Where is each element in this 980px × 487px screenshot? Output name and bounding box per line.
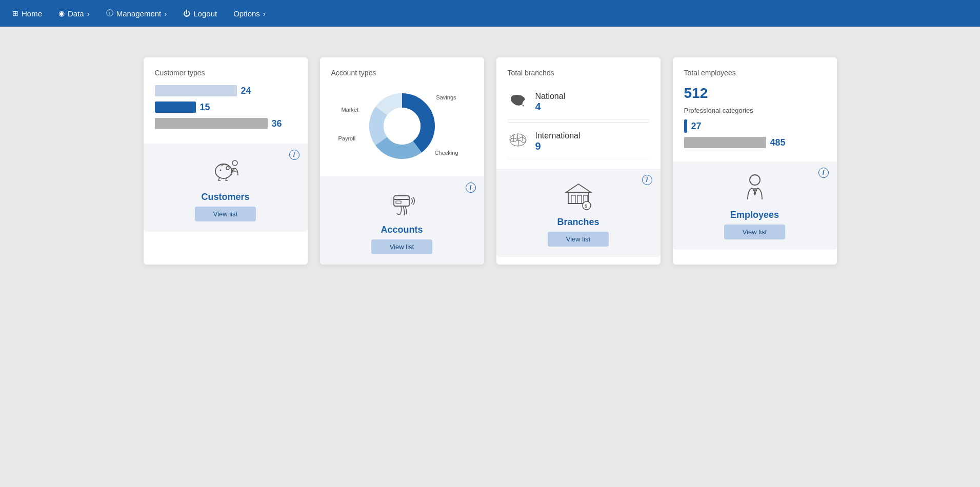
data-icon: ◉ <box>58 9 65 17</box>
national-row: National 4 <box>508 85 649 120</box>
customers-card-title: Customer types <box>155 69 296 77</box>
nav-options-label: Options <box>233 9 260 18</box>
customers-info-icon[interactable]: i <box>289 150 299 160</box>
customers-card-bottom: i Customers View list <box>144 144 308 232</box>
accounts-label: Accounts <box>381 225 423 235</box>
employees-card: Total employees 512 Professional categor… <box>673 57 837 265</box>
employees-view-list-button[interactable]: View list <box>724 225 785 239</box>
market-label: Market <box>342 107 359 113</box>
nav-options[interactable]: Options › <box>233 9 266 18</box>
employees-info-icon[interactable]: i <box>818 168 829 178</box>
international-map-icon <box>508 130 528 154</box>
bar-row-1: 24 <box>155 85 296 96</box>
international-label: International <box>535 131 581 140</box>
national-map-icon <box>508 90 528 114</box>
svg-point-22 <box>750 175 760 185</box>
bar-row-3: 36 <box>155 118 296 129</box>
national-value: 4 <box>535 101 566 113</box>
bar-row-2: 15 <box>155 102 296 113</box>
svg-text:$: $ <box>585 204 587 209</box>
accounts-card-title: Account types <box>331 69 473 77</box>
navigation: ⊞ Home ◉ Data › ⓘ Management › ⏻ Logout … <box>0 0 980 27</box>
customers-icon <box>209 153 242 188</box>
svg-point-2 <box>219 170 221 171</box>
international-value: 9 <box>535 140 581 152</box>
svg-rect-12 <box>396 201 401 204</box>
svg-rect-17 <box>577 195 582 204</box>
international-info: International 9 <box>535 131 581 152</box>
nav-management[interactable]: ⓘ Management › <box>106 9 167 18</box>
emp-bar-row-1: 27 <box>684 119 826 133</box>
bar-blue <box>155 102 196 113</box>
employees-label: Employees <box>730 210 779 220</box>
branches-card-title: Total branches <box>508 69 649 77</box>
svg-rect-16 <box>571 195 575 204</box>
employees-card-title: Total employees <box>684 69 826 77</box>
nav-logout[interactable]: ⏻ Logout <box>183 9 217 18</box>
customer-bars: 24 15 36 <box>155 85 296 134</box>
nav-data-label: Data <box>68 9 84 18</box>
donut-labels: Savings Checking Market Payroll <box>331 85 473 167</box>
employees-card-bottom: i Employees View list <box>673 161 837 250</box>
emp-value-2: 485 <box>770 137 786 148</box>
national-info: National 4 <box>535 92 566 113</box>
svg-point-1 <box>226 167 229 170</box>
svg-point-0 <box>215 164 232 178</box>
customers-view-list-button[interactable]: View list <box>195 207 256 221</box>
branches-card: Total branches National 4 <box>496 57 661 265</box>
options-arrow-icon: › <box>263 9 266 18</box>
checking-label: Checking <box>435 150 458 156</box>
home-icon: ⊞ <box>12 9 18 17</box>
data-arrow-icon: › <box>87 9 90 18</box>
accounts-card-bottom: i Accounts View list <box>320 176 484 265</box>
branches-view-list-button[interactable]: View list <box>548 232 609 247</box>
management-arrow-icon: › <box>164 9 167 18</box>
employees-total: 512 <box>684 85 826 102</box>
accounts-card: Account types Savings Checking Market <box>320 57 484 265</box>
emp-bar-gray-2 <box>684 137 766 148</box>
prof-categories-label: Professional categories <box>684 107 826 114</box>
emp-bar-row-2: 485 <box>684 137 826 148</box>
national-label: National <box>535 92 566 101</box>
customers-card: Customer types 24 15 36 i <box>144 57 308 265</box>
branches-divider <box>508 122 649 123</box>
management-icon: ⓘ <box>106 9 113 18</box>
customers-label: Customers <box>201 192 249 202</box>
branches-icon: $ <box>562 178 595 213</box>
branches-info-icon[interactable]: i <box>642 175 652 185</box>
logout-icon: ⏻ <box>183 9 190 17</box>
bar-light <box>155 85 237 96</box>
accounts-icon <box>386 186 418 220</box>
nav-home-label: Home <box>22 9 42 18</box>
bar-value-2: 15 <box>200 102 210 113</box>
nav-management-label: Management <box>116 9 162 18</box>
payroll-label: Payroll <box>338 135 356 141</box>
donut-chart: Savings Checking Market Payroll <box>331 85 473 167</box>
savings-label: Savings <box>436 94 456 100</box>
dashboard: Customer types 24 15 36 i <box>0 27 980 295</box>
employees-icon <box>738 171 771 206</box>
accounts-view-list-button[interactable]: View list <box>371 239 432 254</box>
emp-bar-blue-1 <box>684 119 687 133</box>
branches-label: Branches <box>557 217 599 228</box>
nav-home[interactable]: ⊞ Home <box>12 9 42 18</box>
bar-value-1: 24 <box>241 86 251 96</box>
branches-card-bottom: i $ Branches View list <box>496 169 661 257</box>
nav-logout-label: Logout <box>193 9 217 18</box>
nav-data[interactable]: ◉ Data › <box>58 9 90 18</box>
svg-point-3 <box>232 160 237 166</box>
emp-value-1: 27 <box>691 121 702 132</box>
international-row: International 9 <box>508 125 649 159</box>
svg-marker-15 <box>566 184 591 192</box>
bar-value-3: 36 <box>272 118 282 129</box>
accounts-info-icon[interactable]: i <box>466 182 476 193</box>
bar-gray <box>155 118 268 129</box>
